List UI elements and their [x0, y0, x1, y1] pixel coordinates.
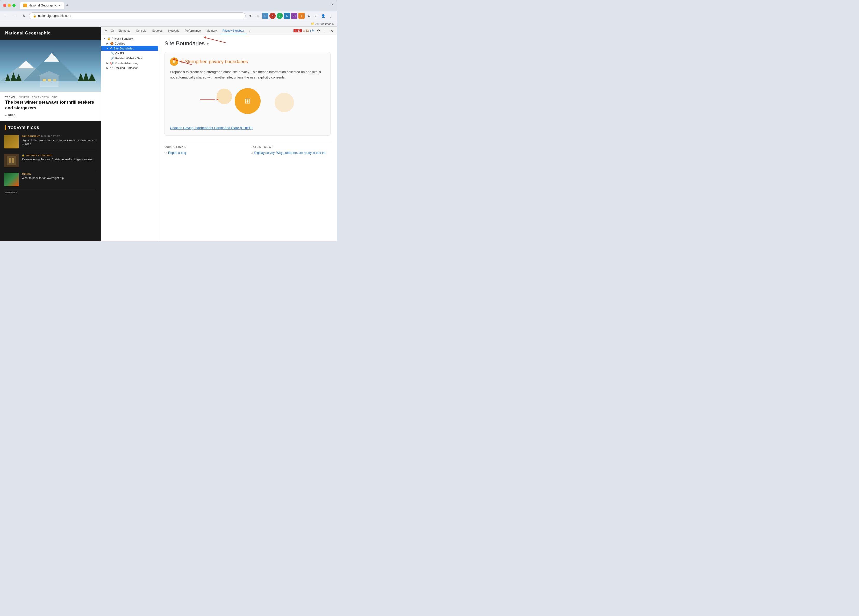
page-title: Site Boundaries: [164, 40, 205, 47]
decorative-circle-small: [217, 89, 232, 104]
expand-arrow: ▼: [103, 37, 106, 40]
quick-links-section: QUICK LINKS Report a bug LATEST NEWS: [164, 141, 331, 157]
site-boundaries-header: Site Boundaries ▾: [164, 40, 331, 47]
bookmark-icon[interactable]: ☆: [255, 13, 261, 19]
close-button[interactable]: [3, 4, 6, 7]
maximize-button[interactable]: [12, 4, 16, 7]
hero-read-link[interactable]: ≡ READ: [5, 114, 96, 117]
extension-icon-6[interactable]: Y: [298, 13, 305, 19]
tab-memory[interactable]: Memory: [204, 27, 219, 34]
devtools-panel: Elements Console Sources Network Perform…: [101, 27, 337, 241]
address-text: nationalgeographic.com: [38, 14, 242, 17]
bookmarks-bar: 📁 All Bookmarks: [0, 21, 337, 27]
tree-item-cookies[interactable]: ▶ 🍪 Cookies: [101, 41, 158, 46]
link-dot-icon: [251, 152, 253, 154]
tab-network[interactable]: Network: [166, 27, 181, 34]
site-boundaries-icon: ⚙: [110, 47, 113, 50]
reload-button[interactable]: ↻: [21, 13, 27, 19]
profile-icon[interactable]: 👤: [320, 13, 326, 19]
section-header: TODAY'S PICKS: [0, 121, 101, 132]
devtools-toolbar: Elements Console Sources Network Perform…: [101, 27, 337, 35]
dropdown-arrow[interactable]: ▾: [207, 41, 209, 46]
extension-icon-3[interactable]: ✓: [276, 13, 283, 19]
list-item[interactable]: ENVIRONMENT 2023 IN REVIEW Signs of alar…: [4, 132, 97, 151]
latest-news-title: LATEST NEWS: [251, 145, 331, 149]
related-sets-icon: 🔗: [111, 56, 114, 60]
svg-rect-21: [113, 30, 114, 31]
tab-performance[interactable]: Performance: [182, 27, 203, 34]
article-list: ENVIRONMENT 2023 IN REVIEW Signs of alar…: [0, 132, 101, 189]
devtools-body: ▼ 🔒 Privacy Sandbox ▶ 🍪 Cookies ▼ ⚙: [101, 35, 337, 241]
active-tab[interactable]: National Geographic ✕: [20, 2, 64, 9]
minimize-button[interactable]: [8, 4, 11, 7]
download-icon[interactable]: ⬇: [306, 13, 312, 19]
list-item[interactable]: 🔒 HISTORY & CULTURE Remembering the year…: [4, 151, 97, 170]
window-controls[interactable]: ⌃: [330, 3, 334, 8]
tab-title: National Geographic: [28, 4, 57, 7]
tab-privacy-sandbox[interactable]: Privacy Sandbox: [220, 27, 247, 34]
tree-item-private-advertising[interactable]: ▶ 📢 Private Advertising: [101, 61, 158, 66]
privacy-sandbox-icon: 🔒: [107, 37, 111, 40]
nav-bar: ← → ↻ 🔒 nationalgeographic.com 👁 ☆ E N ✓…: [0, 11, 337, 21]
natgeo-logo: National Geographic: [5, 31, 96, 36]
expand-arrow: ▶: [106, 42, 109, 45]
tree-item-site-boundaries[interactable]: ▼ ⚙ Site Boundaries: [101, 46, 158, 51]
new-tab-button[interactable]: +: [64, 3, 70, 8]
tab-sources[interactable]: Sources: [150, 27, 165, 34]
address-bar[interactable]: 🔒 nationalgeographic.com: [29, 13, 245, 19]
dev-tree: ▼ 🔒 Privacy Sandbox ▶ 🍪 Cookies ▼ ⚙: [101, 35, 158, 241]
latest-news-item[interactable]: Digiday survey: Why publishers are ready…: [251, 151, 331, 155]
website-panel: National Geographic: [0, 27, 101, 241]
latest-news-column: LATEST NEWS Digiday survey: Why publishe…: [251, 145, 331, 157]
extension-icon-4[interactable]: S: [284, 13, 290, 19]
device-toolbar-icon[interactable]: [109, 28, 115, 34]
bookmarks-label[interactable]: All Bookmarks: [315, 22, 334, 25]
tab-elements[interactable]: Elements: [116, 27, 133, 34]
tab-favicon-icon: [23, 4, 27, 7]
hero-category: TRAVEL ADVENTURES EVERYWHERE: [5, 96, 96, 98]
hero-title: The best winter getaways for thrill seek…: [5, 100, 96, 111]
svg-rect-19: [12, 158, 14, 163]
back-button[interactable]: ←: [3, 13, 10, 19]
element-picker-icon[interactable]: [103, 28, 109, 34]
expand-arrow: ▶: [106, 67, 109, 69]
settings-icon[interactable]: ⚙: [315, 28, 321, 34]
article-title: Remembering the year Christmas really di…: [22, 158, 97, 161]
chips-link[interactable]: Cookies Having Independent Partitioned S…: [170, 125, 325, 131]
devtools-menu-icon[interactable]: ⋮: [322, 28, 328, 34]
article-category: ENVIRONMENT 2023 IN REVIEW: [22, 135, 97, 137]
extension-icon-2[interactable]: N: [269, 13, 276, 19]
more-tabs-button[interactable]: »: [247, 28, 253, 34]
error-count-badge[interactable]: ✕ 27: [294, 29, 302, 32]
article-category: 🔒 HISTORY & CULTURE: [22, 154, 97, 156]
tree-item-privacy-sandbox[interactable]: ▼ 🔒 Privacy Sandbox: [101, 36, 158, 41]
tab-close-button[interactable]: ✕: [58, 4, 61, 7]
close-devtools-button[interactable]: ✕: [329, 28, 335, 34]
chrome-icon[interactable]: G: [313, 13, 319, 19]
info-count-badge[interactable]: ℹ 74: [310, 29, 314, 32]
privacy-illustration: ⊞: [170, 80, 325, 122]
extension-icon-1[interactable]: E: [262, 13, 269, 19]
hero-svg: [0, 40, 101, 92]
quick-links-column: QUICK LINKS Report a bug: [164, 145, 245, 157]
menu-button[interactable]: ⋮: [328, 13, 334, 19]
tree-item-related-website-sets[interactable]: 🔗 Related Website Sets: [101, 56, 158, 61]
privacy-card-title: Strengthen privacy boundaries: [181, 59, 248, 64]
extension-icon-5[interactable]: 94: [291, 13, 297, 19]
tab-bar: National Geographic ✕ +: [20, 2, 70, 9]
forward-button[interactable]: →: [12, 13, 19, 19]
private-advertising-icon: 📢: [110, 61, 114, 65]
tree-item-chips[interactable]: 🔧 CHIPS: [101, 51, 158, 56]
quick-link-report-bug[interactable]: Report a bug: [164, 151, 245, 155]
svg-rect-17: [7, 156, 16, 165]
list-item[interactable]: TRAVEL What to pack for an overnight tri…: [4, 170, 97, 189]
devtools-content-area: Site Boundaries ▾ B Strengthen privacy b…: [158, 35, 337, 241]
privacy-card-body: Proposals to create and strengthen cross…: [170, 69, 325, 80]
eye-off-icon[interactable]: 👁: [248, 13, 254, 19]
warn-count-badge[interactable]: ⚠ 32: [303, 29, 309, 32]
expand-arrow: ▶: [106, 62, 109, 64]
tree-item-tracking-protection[interactable]: ▶ 🛡 Tracking Protection: [101, 66, 158, 70]
chips-icon: 🔧: [111, 52, 114, 55]
svg-rect-20: [111, 30, 113, 31]
tab-console[interactable]: Console: [133, 27, 149, 34]
